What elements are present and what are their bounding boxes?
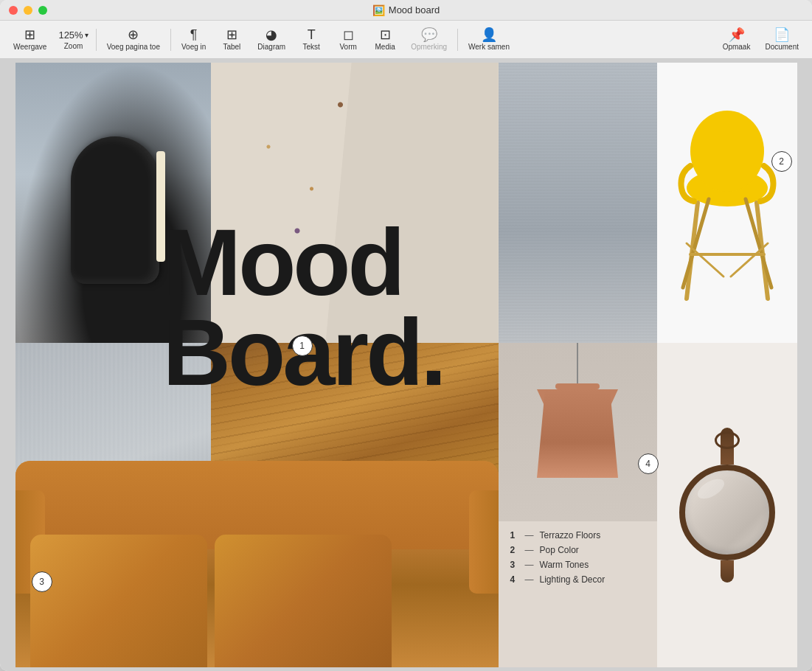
opmaak-label: Opmaak	[723, 43, 751, 51]
sofa-arm-right	[469, 490, 499, 594]
badge-3: 3	[32, 571, 52, 592]
sofa-cushion-left	[30, 535, 207, 667]
diagram-icon: ◕	[266, 28, 277, 41]
titlebar: 🖼️ Mood board	[0, 0, 812, 21]
voeg-in-icon: ¶	[190, 28, 198, 41]
cell-yellow-chair[interactable]	[657, 63, 797, 343]
toolbar-divider-2	[170, 29, 171, 51]
list-num-2: 2	[510, 545, 519, 555]
werk-samen-icon: 👤	[481, 28, 497, 41]
yellow-chair-bg	[657, 63, 797, 343]
voeg-in-button[interactable]: ¶ Voeg in	[174, 25, 213, 54]
lamp-body	[537, 389, 618, 478]
close-button[interactable]	[9, 6, 18, 15]
toolbar-right: 📌 Opmaak 📄 Document	[715, 25, 806, 54]
sofa-shape	[15, 461, 499, 667]
maximize-button[interactable]	[38, 6, 47, 15]
list-text-1: Terrazzo Floors	[540, 530, 601, 540]
cell-lamp-list[interactable]: 1 — Terrazzo Floors 2 — Pop Color 3 —	[499, 343, 657, 667]
lamp-cord	[577, 343, 578, 387]
zoom-value: 125% ▾	[58, 29, 88, 41]
badge-4: 4	[638, 453, 659, 474]
list-text-3: Warm Tones	[540, 560, 589, 570]
cell-terrazzo[interactable]	[211, 63, 499, 343]
tekst-icon: T	[308, 28, 316, 41]
tabel-icon: ⊞	[226, 28, 237, 41]
vorm-button[interactable]: ◻ Vorm	[330, 25, 367, 54]
traffic-lights	[9, 6, 47, 15]
tabel-label: Tabel	[223, 43, 240, 51]
sofa-cushion-right	[215, 535, 392, 667]
minimize-button[interactable]	[24, 6, 32, 15]
voeg-pagina-label: Voeg pagina toe	[107, 43, 160, 51]
diagram-button[interactable]: ◕ Diagram	[250, 25, 293, 54]
werk-samen-label: Werk samen	[468, 43, 510, 51]
app-window: 🖼️ Mood board ⊞ Weergave 125% ▾ Zoom ⊕ V…	[0, 0, 812, 671]
vorm-label: Vorm	[339, 43, 356, 51]
list-num-3: 3	[510, 560, 519, 570]
opmerking-button[interactable]: 💬 Opmerking	[403, 25, 454, 54]
list-item-2: 2 — Pop Color	[510, 545, 645, 555]
cell-concrete[interactable]	[499, 63, 657, 343]
list-dash-1: —	[525, 530, 534, 540]
tabel-button[interactable]: ⊞ Tabel	[213, 25, 250, 54]
toolbar-divider-3	[457, 29, 458, 51]
chair-back	[71, 136, 159, 284]
list-item-1: 1 — Terrazzo Floors	[510, 530, 645, 540]
terrazzo-texture	[211, 63, 499, 343]
weergave-icon: ⊞	[24, 28, 35, 41]
media-label: Media	[375, 43, 395, 51]
list-text-2: Pop Color	[540, 545, 579, 555]
vorm-icon: ◻	[343, 28, 354, 41]
cell-dark-chair[interactable]	[15, 63, 211, 343]
media-icon: ⊡	[380, 28, 391, 41]
lamp-top	[555, 383, 600, 389]
svg-point-1	[690, 111, 764, 192]
list-text-4: Lighting & Decor	[540, 574, 605, 585]
weergave-button[interactable]: ⊞ Weergave	[6, 25, 54, 54]
app-icon: 🖼️	[372, 4, 385, 16]
document-label: Document	[765, 43, 799, 51]
tekst-button[interactable]: T Tekst	[293, 25, 330, 54]
lamp-shade	[537, 383, 618, 478]
voeg-pagina-icon: ⊕	[128, 28, 139, 41]
list-dash-3: —	[525, 560, 534, 570]
mirror-strap-bottom	[721, 560, 734, 583]
list-num-1: 1	[510, 530, 519, 540]
window-title: 🖼️ Mood board	[372, 4, 440, 16]
yellow-chair-svg	[676, 100, 779, 306]
canvas-area[interactable]: 1 — Terrazzo Floors 2 — Pop Color 3 —	[0, 59, 812, 671]
list-item-4: 4 — Lighting & Decor	[510, 574, 645, 585]
mirror-circle	[679, 465, 775, 560]
voeg-pagina-toe-button[interactable]: ⊕ Voeg pagina toe	[100, 25, 167, 54]
voeg-in-label: Voeg in	[181, 43, 206, 51]
opmaak-button[interactable]: 📌 Opmaak	[715, 25, 758, 54]
document-button[interactable]: 📄 Document	[757, 25, 806, 54]
weergave-label: Weergave	[13, 43, 46, 51]
terrazzo-split	[326, 63, 499, 343]
media-button[interactable]: ⊡ Media	[367, 25, 403, 54]
document-icon: 📄	[774, 28, 790, 41]
tekst-label: Tekst	[302, 43, 319, 51]
werk-samen-button[interactable]: 👤 Werk samen	[461, 25, 517, 54]
list-num-4: 4	[510, 574, 519, 585]
badge-2: 2	[771, 151, 792, 172]
cell-mirror[interactable]	[657, 343, 797, 667]
list-section: 1 — Terrazzo Floors 2 — Pop Color 3 —	[499, 521, 657, 667]
concrete-texture	[499, 63, 657, 343]
diagram-label: Diagram	[257, 43, 285, 51]
opmaak-icon: 📌	[729, 28, 745, 41]
list-dash-4: —	[525, 574, 534, 585]
chair-image	[56, 122, 204, 343]
opmerking-label: Opmerking	[411, 43, 447, 51]
sofa-overlay	[15, 461, 499, 667]
zoom-chevron: ▾	[85, 31, 89, 39]
mirror-assembly	[679, 428, 775, 583]
zoom-button[interactable]: 125% ▾ Zoom	[54, 27, 92, 53]
window-title-text: Mood board	[389, 4, 440, 15]
opmerking-icon: 💬	[421, 28, 437, 41]
list-dash-2: —	[525, 545, 534, 555]
badge-1: 1	[292, 336, 313, 356]
page-canvas[interactable]: 1 — Terrazzo Floors 2 — Pop Color 3 —	[15, 63, 797, 667]
mirror-strap-top	[721, 428, 734, 465]
